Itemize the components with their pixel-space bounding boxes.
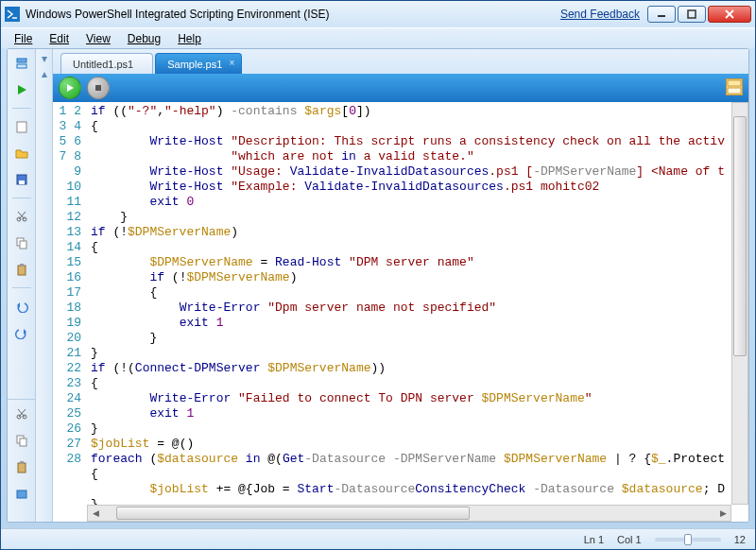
window-buttons [647,6,751,23]
svg-marker-32 [42,72,47,77]
svg-rect-9 [17,122,26,132]
save-file-icon[interactable] [11,169,32,190]
tab-untitled1[interactable]: Untitled1.ps1 [60,53,153,74]
scroll-right-icon[interactable]: ▶ [715,506,730,521]
svg-marker-31 [42,57,47,62]
cut-icon[interactable] [11,206,32,227]
tab-label: Sample.ps1 [167,59,222,70]
undo-icon[interactable] [11,296,32,317]
svg-line-15 [18,212,25,219]
toggle-script-pane-icon[interactable] [11,53,32,74]
svg-rect-35 [728,80,741,86]
svg-rect-7 [17,64,26,68]
tab-label: Untitled1.ps1 [73,59,133,70]
svg-rect-11 [19,180,25,184]
left-toolbar-bottom [8,399,36,522]
status-bar: Ln 1 Col 1 12 [1,528,755,549]
separator [12,108,31,109]
code-content[interactable]: if (("-?","-help") -contains $args[0]) {… [87,102,748,522]
paste-icon[interactable] [11,259,32,280]
titlebar: Windows PowerShell Integrated Scripting … [1,1,755,27]
window-title: Windows PowerShell Integrated Scripting … [26,8,560,21]
cut-icon[interactable] [11,404,32,424]
main-pane: Untitled1.ps1 Sample.ps1 × [53,49,748,522]
tab-sample[interactable]: Sample.ps1 × [155,53,242,74]
separator [12,198,31,198]
run-button[interactable] [59,77,81,99]
svg-rect-36 [728,88,741,94]
tab-close-icon[interactable]: × [226,57,237,68]
tab-row: Untitled1.ps1 Sample.ps1 × [53,49,748,74]
left-column [8,49,36,522]
body: Untitled1.ps1 Sample.ps1 × [7,48,749,523]
svg-rect-34 [95,85,101,91]
menu-view[interactable]: View [78,30,118,47]
code-editor[interactable]: 1 2 3 4 5 6 7 8 9 10 11 12 13 14 15 16 1… [53,102,748,522]
menu-debug[interactable]: Debug [120,30,168,47]
redo-icon[interactable] [11,322,32,343]
scrollbar-thumb[interactable] [116,507,470,520]
clear-icon[interactable] [11,483,32,504]
zoom-percent: 12 [734,534,746,545]
pane-handle[interactable] [36,49,53,522]
pane-layout-icon[interactable] [726,78,743,95]
svg-rect-18 [18,266,26,275]
app-icon [5,7,20,22]
menu-file[interactable]: File [7,30,40,47]
stop-button[interactable] [87,77,110,99]
editor-toolbar [53,74,748,102]
line-number-gutter: 1 2 3 4 5 6 7 8 9 10 11 12 13 14 15 16 1… [53,102,87,522]
svg-rect-30 [17,490,26,498]
menubar: File Edit View Debug Help [1,27,755,48]
svg-marker-8 [18,85,26,95]
paste-icon[interactable] [11,456,32,477]
close-button[interactable] [708,6,751,23]
scrollbar-thumb[interactable] [733,116,747,356]
svg-rect-19 [20,264,24,266]
status-col: Col 1 [617,534,642,545]
svg-line-14 [19,212,26,219]
svg-rect-3 [688,10,696,18]
app-window: Windows PowerShell Integrated Scripting … [0,0,756,550]
open-file-icon[interactable] [11,143,32,163]
svg-marker-33 [67,84,74,92]
svg-rect-6 [17,59,26,62]
svg-line-25 [18,409,25,417]
svg-rect-29 [20,461,24,464]
scroll-left-icon[interactable]: ◀ [88,506,103,521]
copy-icon[interactable] [11,232,32,253]
horizontal-scrollbar[interactable]: ◀ ▶ [87,505,731,522]
menu-help[interactable]: Help [170,30,209,47]
new-file-icon[interactable] [11,116,32,137]
svg-line-24 [19,409,26,417]
maximize-button[interactable] [678,6,706,23]
run-script-icon[interactable] [11,79,32,100]
zoom-track[interactable] [655,538,721,541]
menu-edit[interactable]: Edit [42,30,77,47]
status-line: Ln 1 [584,534,604,545]
svg-rect-17 [20,241,26,249]
copy-icon[interactable] [11,430,32,451]
left-toolbar-top [8,49,36,399]
vertical-scrollbar[interactable] [731,102,748,505]
zoom-slider[interactable] [655,538,721,541]
editor-wrap: 1 2 3 4 5 6 7 8 9 10 11 12 13 14 15 16 1… [53,102,748,522]
separator [12,287,31,288]
send-feedback-link[interactable]: Send Feedback [560,8,640,21]
svg-rect-27 [20,438,26,446]
minimize-button[interactable] [647,6,676,23]
svg-rect-28 [18,463,26,473]
